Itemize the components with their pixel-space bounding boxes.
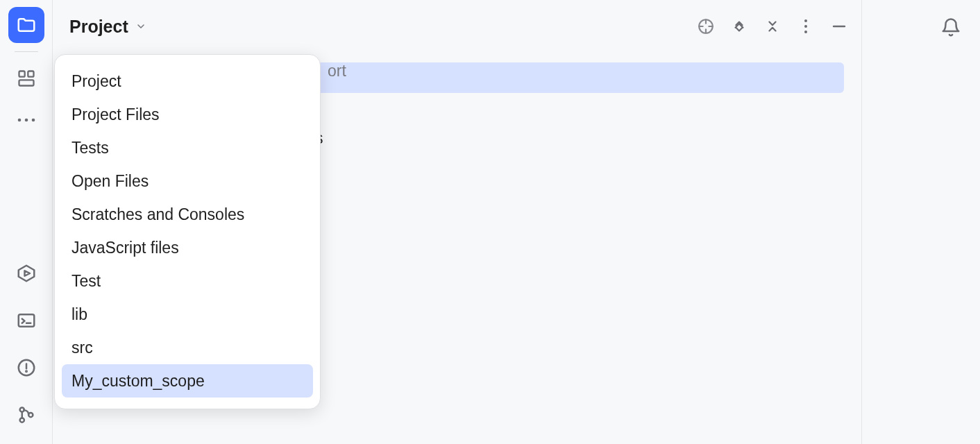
- menu-item-src[interactable]: src: [62, 331, 313, 364]
- view-selector[interactable]: Project: [69, 17, 146, 37]
- view-selector-dropdown: Project Project Files Tests Open Files S…: [54, 54, 321, 409]
- menu-item-label: Open Files: [71, 173, 149, 189]
- svg-rect-2: [19, 80, 33, 85]
- menu-item-javascript-files[interactable]: JavaScript files: [62, 231, 313, 264]
- menu-item-label: Project: [71, 74, 121, 89]
- svg-point-5: [31, 119, 35, 122]
- project-tool-icon[interactable]: [8, 7, 44, 43]
- select-file-icon[interactable]: [693, 13, 719, 40]
- menu-item-tests[interactable]: Tests: [62, 131, 313, 164]
- svg-point-14: [804, 25, 807, 28]
- menu-item-project[interactable]: Project: [62, 65, 313, 98]
- svg-rect-1: [28, 71, 33, 77]
- menu-item-label: lib: [71, 307, 87, 323]
- hide-panel-icon[interactable]: [826, 13, 852, 40]
- terminal-tool-icon[interactable]: [8, 298, 44, 343]
- collapse-all-icon[interactable]: [759, 13, 786, 40]
- vcs-tool-icon[interactable]: [8, 393, 44, 437]
- svg-rect-6: [19, 314, 35, 327]
- menu-item-label: Scratches and Consoles: [71, 207, 244, 223]
- svg-point-8: [26, 371, 27, 373]
- left-tool-rail: [0, 0, 53, 444]
- menu-item-my-custom-scope[interactable]: My_custom_scope: [62, 364, 313, 398]
- project-toolbar: Project: [53, 0, 862, 53]
- more-options-icon[interactable]: [793, 13, 819, 40]
- view-selector-label: Project: [69, 17, 128, 37]
- menu-item-scratches-consoles[interactable]: Scratches and Consoles: [62, 198, 313, 231]
- menu-item-label: Test: [71, 273, 101, 289]
- menu-item-open-files[interactable]: Open Files: [62, 164, 313, 198]
- menu-item-label: src: [71, 340, 93, 356]
- svg-point-15: [804, 31, 807, 33]
- svg-point-3: [17, 119, 21, 122]
- menu-item-lib[interactable]: lib: [62, 298, 313, 331]
- services-tool-icon[interactable]: [8, 251, 44, 296]
- svg-point-4: [24, 119, 28, 122]
- rail-separator: [15, 51, 38, 52]
- menu-item-test[interactable]: Test: [62, 264, 313, 298]
- toolbar-actions: [693, 13, 852, 40]
- expand-all-icon[interactable]: [726, 13, 752, 40]
- structure-tool-icon[interactable]: [8, 60, 44, 96]
- svg-point-13: [804, 19, 807, 22]
- problems-tool-icon[interactable]: [8, 345, 44, 390]
- chevron-down-icon: [135, 21, 146, 32]
- more-tool-icon[interactable]: [8, 98, 44, 142]
- notifications-icon[interactable]: [936, 12, 966, 43]
- menu-item-label: Project Files: [71, 107, 160, 123]
- selected-row-partial-text: ort: [328, 62, 346, 80]
- svg-rect-0: [19, 71, 24, 77]
- menu-item-label: JavaScript files: [71, 240, 179, 256]
- menu-item-project-files[interactable]: Project Files: [62, 98, 313, 131]
- menu-item-label: Tests: [71, 140, 109, 156]
- menu-item-label: My_custom_scope: [71, 373, 205, 389]
- right-side-panel: [862, 0, 980, 444]
